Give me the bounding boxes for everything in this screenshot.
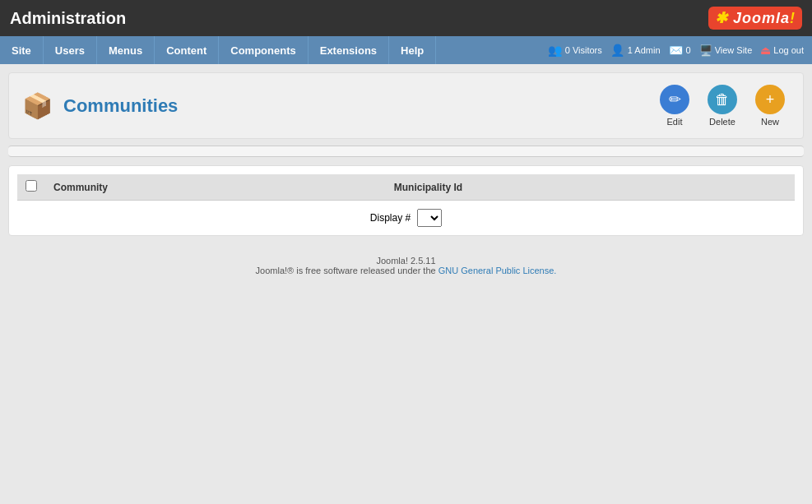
nav-item-help[interactable]: Help <box>389 36 436 64</box>
nav-item-content[interactable]: Content <box>155 36 219 64</box>
nav-item-users[interactable]: Users <box>44 36 97 64</box>
visitors-count: 0 Visitors <box>565 45 602 55</box>
logout-label: Log out <box>773 45 804 55</box>
messages-stat: ✉️ 0 <box>669 44 691 57</box>
table-container: Community Municipality Id Display # <box>8 165 804 236</box>
admin-count: 1 Admin <box>628 45 661 55</box>
display-label: Display # <box>370 212 411 224</box>
visitors-stat: 👥 0 Visitors <box>548 44 602 57</box>
monitor-icon: 🖥️ <box>699 44 712 57</box>
page-header: 📦 Communities ✏Edit🗑Delete+New <box>8 72 804 139</box>
tabs-bar <box>8 146 804 157</box>
page-icon: 📦 <box>21 90 53 123</box>
edit-button-label: Edit <box>667 117 683 127</box>
nav-item-extensions[interactable]: Extensions <box>309 36 389 64</box>
toolbar: ✏Edit🗑Delete+New <box>653 81 791 130</box>
nav-menu: SiteUsersMenusContentComponentsExtension… <box>0 36 436 64</box>
license-line: Joomla!® is free software released under… <box>0 266 812 275</box>
municipality-col-header: Municipality Id <box>386 174 795 201</box>
messages-icon: ✉️ <box>669 44 683 57</box>
license-text: Joomla!® is free software released under… <box>256 266 438 275</box>
select-all-header[interactable] <box>17 174 45 201</box>
select-all-checkbox[interactable] <box>26 180 37 192</box>
messages-count: 0 <box>686 45 691 55</box>
display-select[interactable] <box>417 209 442 227</box>
admin-header: Administration ✱ Joomla! <box>0 0 812 36</box>
delete-button-label: Delete <box>709 117 735 127</box>
nav-item-site[interactable]: Site <box>0 36 44 64</box>
joomla-logo-text: ✱ Joomla! <box>708 7 802 30</box>
main-content: 📦 Communities ✏Edit🗑Delete+New Community… <box>0 64 812 244</box>
new-button-label: New <box>761 117 779 127</box>
delete-button[interactable]: 🗑Delete <box>701 81 744 130</box>
table-footer: Display # <box>17 209 795 227</box>
main-navbar: SiteUsersMenusContentComponentsExtension… <box>0 36 812 64</box>
admin-stat: 👤 1 Admin <box>610 44 661 57</box>
admin-title: Administration <box>10 9 126 28</box>
nav-item-components[interactable]: Components <box>219 36 308 64</box>
communities-table: Community Municipality Id <box>17 174 795 201</box>
visitors-icon: 👥 <box>548 44 562 57</box>
page-title-area: 📦 Communities <box>21 90 178 123</box>
admin-icon: 👤 <box>610 44 624 57</box>
edit-button[interactable]: ✏Edit <box>653 81 696 130</box>
community-col-header: Community <box>45 174 386 201</box>
view-site-label: View Site <box>715 45 753 55</box>
nav-item-menus[interactable]: Menus <box>97 36 155 64</box>
version-text: Joomla! 2.5.11 <box>0 256 812 266</box>
page-footer: Joomla! 2.5.11 Joomla!® is free software… <box>0 256 812 275</box>
new-button[interactable]: +New <box>749 81 791 130</box>
page-title: Communities <box>63 95 178 117</box>
joomla-logo: ✱ Joomla! <box>708 7 802 30</box>
view-site-link[interactable]: 🖥️ View Site <box>699 44 753 57</box>
table-header-row: Community Municipality Id <box>17 174 795 201</box>
license-link[interactable]: GNU General Public License. <box>438 266 557 275</box>
logout-icon: ⏏ <box>760 44 771 57</box>
logout-link[interactable]: ⏏ Log out <box>760 44 804 57</box>
nav-stats: 👥 0 Visitors 👤 1 Admin ✉️ 0 🖥️ View Site… <box>548 36 812 64</box>
